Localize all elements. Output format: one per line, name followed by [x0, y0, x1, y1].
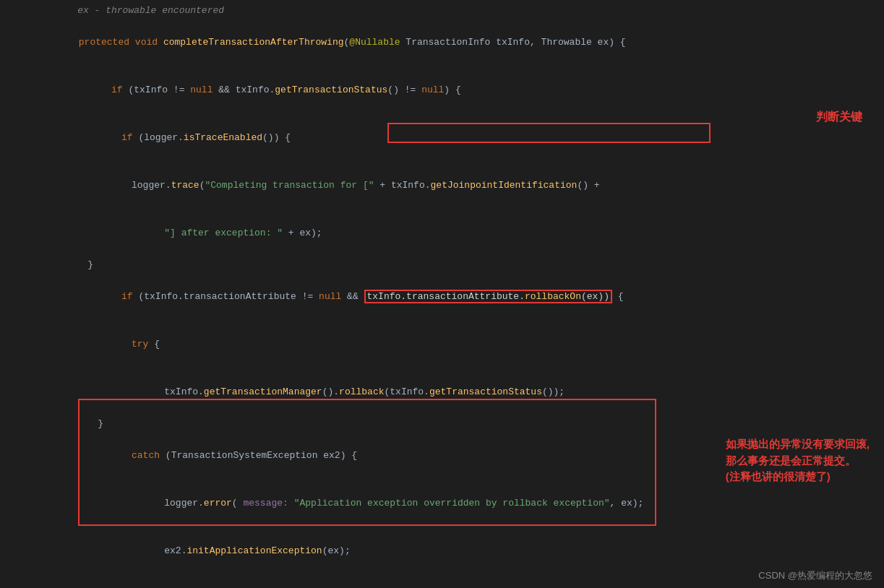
code-container: ex - throwable encountered protected voi…	[0, 0, 884, 588]
code-line-14: throw ex2;	[0, 575, 884, 588]
code-line-6: }	[0, 257, 884, 273]
code-line-5: "] after exception: " + ex);	[0, 209, 884, 257]
code-line-8: try {	[0, 321, 884, 368]
code-line-7: if (txInfo.transactionAttribute != null …	[0, 273, 884, 321]
code-line-11: catch (TransactionSystemException ex2) {	[0, 432, 884, 480]
code-line-12: logger.error( message: "Application exce…	[0, 480, 884, 527]
watermark: CSDN @热爱编程的大忽悠	[758, 569, 872, 582]
code-line-10: }	[0, 416, 884, 432]
code-line-3: if (logger.isTraceEnabled()) {	[0, 114, 884, 162]
code-line-1: protected void completeTransactionAfterT…	[0, 19, 884, 66]
code-line-2: if (txInfo != null && txInfo.getTransact…	[0, 66, 884, 114]
code-line-13: ex2.initApplicationException(ex);	[0, 527, 884, 575]
code-line-9: txInfo.getTransactionManager().rollback(…	[0, 368, 884, 416]
code-line-0: ex - throwable encountered	[0, 3, 884, 19]
code-line-4: logger.trace("Completing transaction for…	[0, 162, 884, 209]
